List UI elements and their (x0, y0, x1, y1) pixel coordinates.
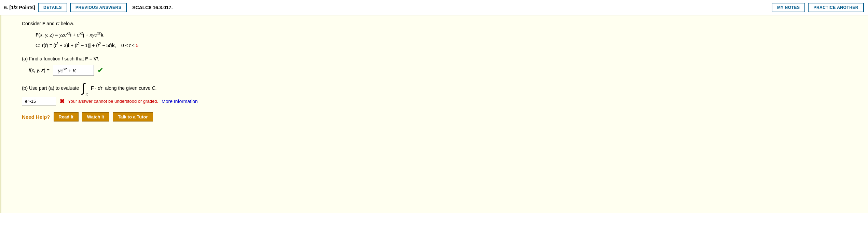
header-left: 6. [1/2 Points] DETAILS PREVIOUS ANSWERS… (4, 3, 768, 12)
C-label: C (56, 21, 59, 26)
part-a-answer-value: yexz + K (58, 68, 76, 73)
need-help-label: Need Help? (22, 114, 50, 120)
part-b-answer-row: ✖ Your answer cannot be understood or gr… (22, 97, 854, 105)
part-a-answer-row: f(x, y, z) = yexz + K ✔ (29, 65, 854, 76)
part-b-label-row: (b) Use part (a) to evaluate ∫C F · dr a… (22, 83, 854, 94)
problem-content: Consider F and C below. F(x, y, z) = yze… (0, 15, 868, 213)
part-b-prefix: (b) Use part (a) to evaluate (22, 85, 79, 91)
part-a-answer-box: yexz + K (53, 65, 94, 76)
F-equation: F(x, y, z) = yzexzi + exzj + xyexzk, (36, 30, 854, 39)
part-a-label: (a) Find a function f such that F = ∇f. (22, 56, 854, 61)
C-equation: C: r(t) = (t2 + 3)i + (t2 − 1)j + (t2 − … (36, 41, 854, 49)
bottom-divider (0, 217, 868, 217)
talk-to-tutor-button[interactable]: Talk to a Tutor (113, 112, 153, 122)
my-notes-button[interactable]: MY NOTES (772, 3, 805, 12)
integral-C-subscript: C (85, 93, 88, 97)
problem-intro: Consider F and C below. (22, 21, 854, 26)
scalc-label: SCALC8 16.3.017. (132, 5, 173, 10)
incorrect-xmark: ✖ (59, 98, 65, 105)
read-it-button[interactable]: Read It (54, 112, 79, 122)
need-help-row: Need Help? Read It Watch It Talk to a Tu… (22, 112, 854, 122)
part-b-input[interactable] (22, 97, 56, 105)
part-b-suffix: F · dr along the given curve C. (91, 85, 156, 91)
watch-it-button[interactable]: Watch It (82, 112, 109, 122)
part-b-section: (b) Use part (a) to evaluate ∫C F · dr a… (22, 83, 854, 105)
question-label: 6. [1/2 Points] (4, 5, 35, 10)
more-info-link[interactable]: More Information (162, 99, 198, 104)
bold-F: F (42, 21, 45, 26)
header-right: MY NOTES PRACTICE ANOTHER (772, 3, 864, 12)
previous-answers-button[interactable]: PREVIOUS ANSWERS (70, 3, 127, 12)
correct-checkmark: ✔ (97, 66, 103, 74)
details-button[interactable]: DETAILS (38, 3, 67, 12)
practice-another-button[interactable]: PRACTICE ANOTHER (808, 3, 864, 12)
integral-symbol-container: ∫C (82, 83, 88, 94)
f-label: f(x, y, z) = (29, 68, 50, 73)
page-header: 6. [1/2 Points] DETAILS PREVIOUS ANSWERS… (0, 0, 868, 15)
error-message: Your answer cannot be understood or grad… (68, 99, 158, 104)
integral-big-symbol: ∫ (82, 83, 85, 94)
